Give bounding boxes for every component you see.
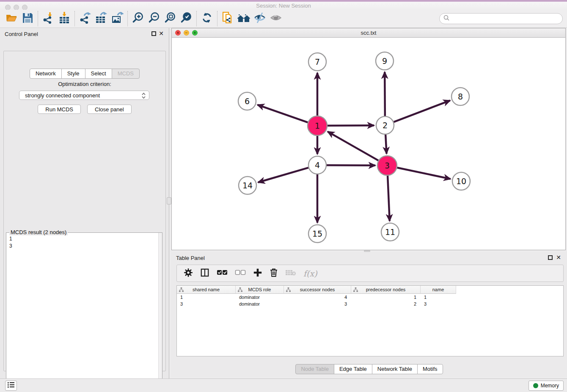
function-builder-button[interactable]: f(x) — [303, 269, 317, 278]
delete-table-icon — [285, 269, 296, 278]
tab-motifs[interactable]: Motifs — [417, 364, 443, 374]
search-field[interactable] — [439, 13, 563, 24]
graph-node-2[interactable]: 2 — [376, 116, 394, 134]
network-window: × − + scc.txt 1234678910111415 — [171, 28, 566, 250]
graph-node-9[interactable]: 9 — [376, 52, 394, 70]
tab-node-table[interactable]: Node Table — [295, 364, 334, 374]
import-table-button[interactable] — [56, 11, 72, 27]
column-header-mcds-role[interactable]: MCDS role — [236, 286, 284, 294]
graph-node-8[interactable]: 8 — [451, 88, 469, 105]
graph-node-1[interactable]: 1 — [308, 116, 327, 135]
show-graphics-details-button[interactable] — [268, 11, 284, 27]
stepper-icon — [141, 92, 146, 101]
graph-node-14[interactable]: 14 — [239, 177, 256, 194]
column-label: shared name — [193, 287, 220, 292]
search-input[interactable] — [450, 14, 562, 23]
zoom-fit-button[interactable] — [162, 11, 178, 27]
graph-node-15[interactable]: 15 — [308, 225, 326, 243]
show-columns-button[interactable] — [200, 268, 209, 279]
close-panel-icon[interactable]: ✕ — [159, 30, 164, 37]
refresh-view-button[interactable] — [199, 11, 215, 27]
task-history-button[interactable] — [5, 381, 17, 391]
optimization-criterion-select[interactable]: strongly connected component — [19, 91, 149, 100]
table-toolbar: f(x) — [176, 265, 564, 282]
export-network-button[interactable] — [77, 11, 93, 27]
close-panel-button[interactable]: Close panel — [87, 105, 132, 114]
column-header-successor-nodes[interactable]: successor nodes — [284, 286, 351, 294]
import-network-button[interactable] — [40, 11, 56, 27]
maximize-network-button[interactable]: + — [192, 30, 198, 36]
select-all-button[interactable] — [217, 269, 228, 278]
column-label: name — [432, 287, 444, 292]
mcds-result-title: MCDS result (2 nodes) — [9, 229, 68, 235]
table-tabs: Node Table Edge Table Network Table Moti… — [171, 364, 567, 374]
cell-predecessor-nodes: 2 — [351, 301, 421, 307]
export-image-button[interactable] — [109, 11, 125, 27]
table-row[interactable]: 3 dominator 3 2 3 — [177, 301, 563, 307]
graph-node-4[interactable]: 4 — [308, 156, 326, 174]
close-network-button[interactable]: × — [175, 30, 181, 36]
column-header-name[interactable]: name — [421, 286, 456, 294]
mcds-buttons: Run MCDS Close panel — [4, 105, 165, 114]
delete-rows-button[interactable] — [270, 268, 278, 279]
edge-3-10[interactable] — [397, 168, 450, 179]
tab-mcds[interactable]: MCDS — [112, 69, 140, 79]
table-settings-button[interactable] — [184, 268, 193, 279]
graph-node-11[interactable]: 11 — [381, 223, 399, 241]
float-panel-icon[interactable] — [151, 31, 156, 36]
edge-1-6[interactable] — [258, 105, 308, 123]
app-title: Session: New Session — [0, 2, 567, 10]
edge-2-8[interactable] — [394, 100, 450, 122]
edge-3-11[interactable] — [388, 176, 390, 221]
graph-node-3[interactable]: 3 — [377, 156, 397, 175]
node-label: 11 — [385, 227, 395, 237]
hide-graphics-details-button[interactable] — [252, 11, 268, 27]
delete-table-button[interactable] — [285, 269, 296, 278]
column-header-predecessor-nodes[interactable]: predecessor nodes — [351, 286, 421, 294]
run-mcds-button[interactable]: Run MCDS — [38, 105, 81, 114]
add-row-button[interactable] — [253, 268, 262, 279]
edge-1-2[interactable] — [328, 125, 374, 126]
tab-edge-table[interactable]: Edge Table — [334, 364, 372, 374]
minimize-network-button[interactable]: − — [184, 30, 189, 36]
node-label: 14 — [242, 181, 253, 190]
edge-2-3[interactable] — [385, 135, 386, 154]
network-canvas[interactable]: 1234678910111415 — [172, 38, 565, 250]
zoom-out-button[interactable] — [146, 11, 162, 27]
column-header-shared-name[interactable]: shared name — [177, 286, 236, 294]
tab-style[interactable]: Style — [61, 69, 85, 79]
houses-icon — [237, 11, 250, 26]
table-row[interactable]: 1 dominator 4 1 1 — [177, 294, 563, 301]
memory-button[interactable]: Memory — [528, 381, 564, 391]
graph-node-10[interactable]: 10 — [452, 172, 470, 190]
clone-network-button[interactable] — [220, 11, 236, 27]
edge-4-14[interactable] — [258, 168, 308, 182]
trash-icon — [270, 268, 278, 279]
network-canvas-svg: 1234678910111415 — [172, 38, 565, 250]
save-session-button[interactable] — [19, 11, 36, 27]
edge-4-3[interactable] — [327, 165, 375, 166]
table-splitter-handle[interactable] — [364, 250, 370, 252]
result-scrollbar[interactable] — [158, 233, 162, 392]
checked-boxes-icon — [217, 269, 228, 278]
tab-network-table[interactable]: Network Table — [372, 364, 418, 374]
open-ndex-button[interactable] — [236, 11, 252, 27]
open-session-button[interactable] — [3, 11, 19, 27]
status-bar: Memory — [0, 378, 567, 392]
deselect-all-button[interactable] — [235, 269, 246, 278]
edge-2-9[interactable] — [385, 72, 385, 116]
tab-network[interactable]: Network — [30, 69, 62, 79]
import-table-icon — [58, 11, 71, 26]
cell-shared-name: 1 — [177, 294, 236, 301]
float-panel-icon[interactable] — [548, 255, 553, 260]
export-table-button[interactable] — [93, 11, 109, 27]
graph-node-6[interactable]: 6 — [238, 92, 256, 110]
panel-splitter-handle[interactable] — [167, 197, 171, 204]
graph-node-7[interactable]: 7 — [308, 53, 326, 71]
tab-select[interactable]: Select — [85, 69, 112, 79]
zoom-in-button[interactable] — [130, 11, 146, 27]
close-panel-icon[interactable]: ✕ — [556, 254, 561, 261]
edge-3-1[interactable] — [328, 132, 378, 160]
cell-name: 1 — [421, 294, 456, 301]
zoom-selected-button[interactable] — [178, 11, 194, 27]
